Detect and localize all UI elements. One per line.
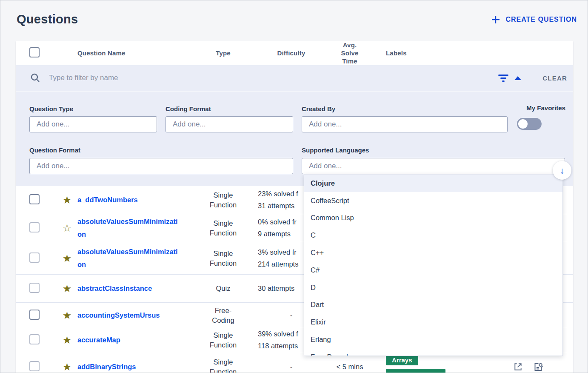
dropdown-option-c[interactable]: C <box>304 227 562 244</box>
questions-table-card: Question Name Type Difficulty Avg. Solve… <box>16 41 573 373</box>
my-favorites-toggle[interactable] <box>517 118 542 130</box>
language-dropdown: ClojureCoffeeScriptCommon LispCC++C#DDar… <box>304 174 563 356</box>
plus-icon <box>491 15 500 24</box>
page-title: Questions <box>17 12 78 26</box>
question-name-link[interactable]: a_ddTwoNumbers <box>77 194 182 207</box>
question-format-input[interactable] <box>29 158 293 174</box>
question-format-label: Question Format <box>29 146 80 154</box>
select-all-checkbox[interactable] <box>29 47 40 57</box>
dropdown-option-d[interactable]: D <box>304 279 562 296</box>
filters-panel: Question Type Coding Format Created By M… <box>16 91 573 186</box>
dropdown-option-erlang[interactable]: Erlang <box>304 331 562 348</box>
coding-format-input[interactable] <box>166 116 293 132</box>
star-filled-icon[interactable]: ★ <box>57 253 77 264</box>
star-filled-icon[interactable]: ★ <box>57 362 77 372</box>
column-header-difficulty: Difficulty <box>252 49 331 57</box>
question-name-link[interactable]: absoluteValuesSumMinimization <box>77 246 182 271</box>
dropdown-option-common-lisp[interactable]: Common Lisp <box>304 209 562 227</box>
question-name-link[interactable]: accountingSystemUrsus <box>77 309 182 322</box>
question-type-value: Single Function <box>194 218 252 238</box>
difficulty-value: - <box>252 361 331 373</box>
question-type-label: Question Type <box>29 105 73 112</box>
label-badge-partial <box>386 369 445 373</box>
star-filled-icon[interactable]: ★ <box>57 310 77 321</box>
avg-solve-time-value: < 5 mins <box>331 363 369 371</box>
search-input[interactable] <box>49 74 498 82</box>
toggle-knob <box>518 119 528 129</box>
dropdown-option-clojure[interactable]: Clojure <box>304 175 562 192</box>
row-checkbox[interactable] <box>29 222 40 232</box>
row-checkbox[interactable] <box>29 283 40 293</box>
filter-toggle[interactable] <box>498 75 521 82</box>
arrow-down-icon: ↓ <box>560 166 565 175</box>
question-type-value: Single Function <box>194 190 252 209</box>
row-checkbox[interactable] <box>29 310 40 320</box>
row-checkbox[interactable] <box>29 334 40 344</box>
question-type-value: Single Function <box>194 357 252 373</box>
question-type-value: Single Function <box>194 249 252 268</box>
filter-icon <box>498 75 508 82</box>
column-header-type: Type <box>194 49 252 57</box>
dropdown-option-coffeescript[interactable]: CoffeeScript <box>304 192 562 209</box>
dropdown-open-button[interactable]: ↓ <box>553 161 571 180</box>
column-header-question-name: Question Name <box>77 49 194 57</box>
row-checkbox[interactable] <box>29 252 40 263</box>
created-by-label: Created By <box>302 105 335 112</box>
collapse-triangle-icon <box>514 76 521 80</box>
preview-question-icon[interactable] <box>533 362 543 372</box>
dropdown-option-c-[interactable]: C++ <box>304 244 562 261</box>
star-filled-icon[interactable]: ★ <box>57 195 77 205</box>
column-header-avg-solve-time: Avg. Solve Time <box>339 41 360 65</box>
supported-languages-label: Supported Languages <box>302 146 369 154</box>
clear-filters-button[interactable]: CLEAR <box>542 75 567 82</box>
question-type-value: Quiz <box>194 284 252 293</box>
my-favorites-label: My Favorites <box>526 104 565 112</box>
supported-languages-input[interactable] <box>302 158 565 174</box>
star-outline-icon[interactable]: ☆ <box>57 223 77 233</box>
dropdown-option-elixir[interactable]: Elixir <box>304 313 562 331</box>
question-name-link[interactable]: addBinaryStrings <box>77 361 182 373</box>
labels-cell: Arrays <box>369 355 458 373</box>
question-type-value: Single Function <box>194 330 252 350</box>
row-checkbox[interactable] <box>29 194 40 204</box>
dropdown-option-c-[interactable]: C# <box>304 261 562 279</box>
table-header-row: Question Name Type Difficulty Avg. Solve… <box>16 41 573 65</box>
search-icon <box>30 73 40 83</box>
open-external-icon[interactable] <box>513 362 523 372</box>
star-filled-icon[interactable]: ★ <box>57 335 77 345</box>
column-header-labels: Labels <box>369 49 458 57</box>
row-actions <box>458 362 573 372</box>
coding-format-label: Coding Format <box>166 105 211 112</box>
star-filled-icon[interactable]: ★ <box>57 284 77 294</box>
question-type-input[interactable] <box>29 116 157 132</box>
created-by-input[interactable] <box>302 116 508 132</box>
question-type-value: Free-Coding <box>194 306 252 325</box>
filter-bar: CLEAR <box>16 65 573 91</box>
row-checkbox[interactable] <box>29 361 40 371</box>
question-name-link[interactable]: absoluteValuesSumMinimization <box>77 215 182 241</box>
question-name-link[interactable]: abstractClassInstance <box>77 282 182 295</box>
label-badge: Arrays <box>386 355 418 365</box>
question-name-link[interactable]: accurateMap <box>77 334 182 347</box>
dropdown-option-dart[interactable]: Dart <box>304 296 562 314</box>
dropdown-option-free-pascal[interactable]: Free Pascal <box>304 348 562 356</box>
create-question-button[interactable]: CREATE QUESTION <box>491 15 577 24</box>
questions-page: Questions CREATE QUESTION Question Name … <box>0 0 588 373</box>
create-question-label: CREATE QUESTION <box>505 16 577 23</box>
